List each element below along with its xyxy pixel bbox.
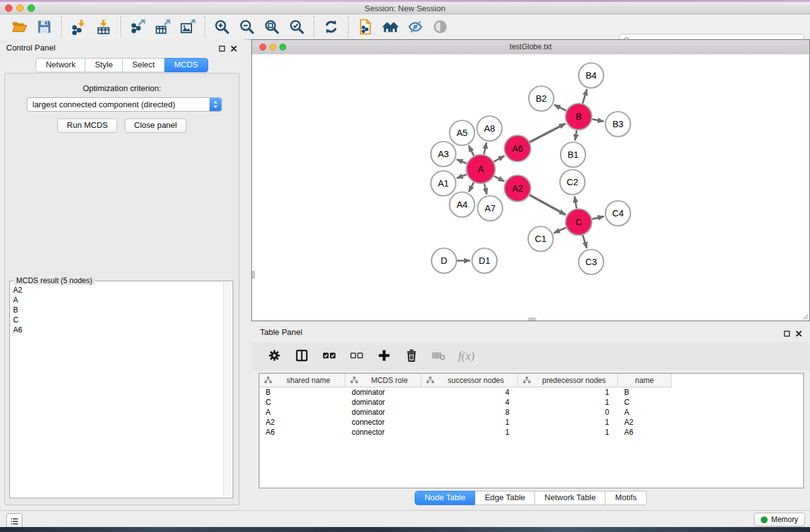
node-table[interactable]: shared nameMCDS rolesuccessor nodesprede…	[259, 373, 804, 488]
show-graphics-button[interactable]	[428, 17, 453, 37]
graph-edge-A-A5[interactable]	[469, 145, 474, 155]
graph-node-A[interactable]: A	[466, 155, 495, 183]
tab-style[interactable]: Style	[85, 58, 123, 72]
deselect-all-button[interactable]	[346, 346, 367, 367]
graph-edge-A-A8[interactable]	[484, 142, 486, 154]
result-item[interactable]: A6	[11, 325, 224, 335]
table-row[interactable]: Adominator80A	[259, 407, 803, 417]
column-header-name[interactable]: name	[618, 374, 672, 387]
graph-edge-C-C4[interactable]	[592, 216, 604, 219]
graph-node-A5[interactable]: A5	[450, 120, 475, 145]
graph-node-B4[interactable]: B4	[579, 63, 604, 88]
delete-columns-button[interactable]	[401, 346, 422, 367]
vertical-scrollbar[interactable]	[252, 271, 255, 279]
home-button[interactable]	[378, 17, 403, 37]
close-panel-button[interactable]: Close panel	[125, 118, 186, 133]
graph-node-A6[interactable]: A6	[504, 135, 531, 162]
table-row[interactable]: A2connector11A2	[259, 417, 803, 427]
graph-edge-C-C3[interactable]	[583, 235, 587, 248]
result-item[interactable]: C	[11, 315, 224, 325]
export-network-button[interactable]	[125, 17, 150, 37]
tab-select[interactable]: Select	[123, 58, 165, 72]
table-row[interactable]: A6connector11A6	[259, 427, 803, 437]
graph-node-C1[interactable]: C1	[528, 226, 553, 251]
graph-edge-A-A7[interactable]	[485, 183, 487, 194]
import-network-button[interactable]	[66, 17, 91, 37]
table-settings-button[interactable]	[264, 346, 285, 367]
network-graph[interactable]: AA1A2A3A4A5A6A7A8BB1B2B3B4CC1C2C3C4DD1	[252, 54, 809, 321]
mcds-result-list[interactable]: A2ABCA6	[11, 285, 224, 497]
graph-node-C[interactable]: C	[566, 209, 592, 235]
graph-edge-A2-C[interactable]	[529, 195, 566, 215]
show-columns-button[interactable]	[291, 346, 312, 367]
graph-node-A4[interactable]: A4	[450, 192, 475, 217]
table-row[interactable]: Cdominator41C	[259, 397, 803, 407]
function-builder-button[interactable]: f(x)	[456, 346, 477, 367]
result-item[interactable]: A	[11, 295, 224, 305]
criterion-dropdown[interactable]: largest connected component (directed)	[27, 97, 222, 112]
graph-edge-B-B4[interactable]	[582, 89, 587, 104]
select-all-button[interactable]	[319, 346, 340, 367]
table-row[interactable]: Bdominator41B	[259, 387, 803, 397]
main-titlebar[interactable]: Session: New Session	[0, 2, 810, 14]
graph-node-C4[interactable]: C4	[605, 201, 630, 226]
graph-edge-B-B1[interactable]	[575, 130, 576, 140]
new-network-button[interactable]	[353, 17, 378, 37]
tab-network-table[interactable]: Network Table	[535, 491, 605, 505]
zoom-in-button[interactable]	[210, 17, 234, 37]
graph-node-B3[interactable]: B3	[605, 112, 630, 137]
column-header-mcds-role[interactable]: MCDS role	[345, 374, 422, 387]
tab-mcds[interactable]: MCDS	[165, 58, 208, 72]
graph-edge-A-A3[interactable]	[456, 160, 466, 164]
graph-node-C2[interactable]: C2	[560, 170, 585, 195]
add-column-button[interactable]	[374, 346, 395, 367]
memory-button[interactable]: Memory	[754, 513, 805, 526]
network-canvas[interactable]: AA1A2A3A4A5A6A7A8BB1B2B3B4CC1C2C3C4DD1	[252, 54, 809, 321]
tab-node-table[interactable]: Node Table	[415, 491, 476, 505]
refresh-button[interactable]	[319, 17, 344, 37]
graph-node-A7[interactable]: A7	[478, 196, 503, 221]
graph-edge-A6-B[interactable]	[530, 123, 566, 142]
tab-motifs[interactable]: Motifs	[605, 491, 647, 505]
graph-node-B[interactable]: B	[566, 104, 592, 130]
graph-node-D1[interactable]: D1	[472, 248, 497, 273]
network-window-titlebar[interactable]: testGlobe.txt	[252, 40, 809, 55]
graph-node-A1[interactable]: A1	[431, 171, 456, 196]
graph-edge-A-A4[interactable]	[469, 182, 474, 191]
hide-graphics-button[interactable]	[403, 17, 428, 37]
tab-edge-table[interactable]: Edge Table	[475, 491, 535, 505]
column-header-shared-name[interactable]: shared name	[259, 374, 345, 387]
open-session-button[interactable]	[7, 17, 32, 37]
graph-node-C3[interactable]: C3	[579, 249, 604, 274]
zoom-selected-button[interactable]	[284, 17, 309, 37]
save-session-button[interactable]	[32, 17, 57, 37]
tab-network[interactable]: Network	[36, 58, 85, 72]
graph-edge-A-A6[interactable]	[494, 156, 504, 162]
control-panel-float-icon[interactable]	[218, 44, 226, 53]
graph-edge-A-A2[interactable]	[494, 176, 504, 181]
graph-node-B1[interactable]: B1	[561, 142, 586, 167]
graph-edge-C-C2[interactable]	[575, 196, 577, 209]
result-scrollbar[interactable]	[223, 282, 232, 497]
table-panel-float-icon[interactable]	[783, 329, 791, 338]
export-table-button[interactable]	[150, 17, 175, 37]
run-mcds-button[interactable]: Run MCDS	[57, 118, 117, 133]
horizontal-scrollbar[interactable]	[528, 317, 536, 321]
result-item[interactable]: B	[11, 305, 224, 315]
column-header-predecessor-nodes[interactable]: predecessor nodes	[518, 374, 618, 387]
graph-edge-C-C1[interactable]	[554, 228, 566, 233]
graph-node-B2[interactable]: B2	[529, 86, 554, 111]
table-panel-close-icon[interactable]	[794, 329, 803, 338]
graph-node-D[interactable]: D	[432, 248, 456, 273]
graph-edge-B-B2[interactable]	[554, 105, 566, 110]
graph-node-A3[interactable]: A3	[431, 142, 456, 167]
zoom-fit-button[interactable]	[259, 17, 284, 37]
graph-edge-B-B3[interactable]	[592, 119, 604, 122]
column-header-successor-nodes[interactable]: successor nodes	[422, 374, 518, 387]
graph-node-A2[interactable]: A2	[504, 175, 531, 201]
graph-edge-A-A1[interactable]	[456, 175, 466, 178]
delete-table-button[interactable]	[428, 346, 450, 367]
result-item[interactable]: A2	[11, 285, 224, 295]
import-table-button[interactable]	[91, 17, 116, 37]
export-image-button[interactable]	[175, 17, 200, 37]
